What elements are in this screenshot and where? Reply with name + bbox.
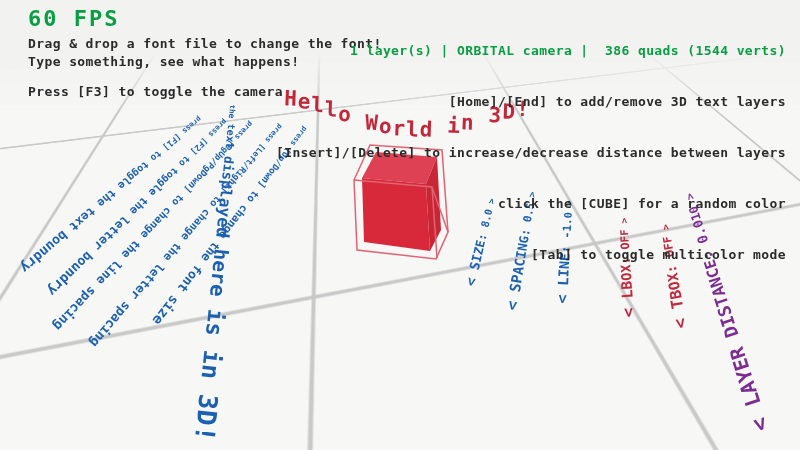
hint-add-remove-layers: [Home]/[End] to add/remove 3D text layer… — [276, 93, 786, 110]
hint-toggle-camera: Press [F3] to toggle the camera — [28, 84, 283, 99]
fps-counter: 60 FPS — [28, 6, 119, 31]
hud-right-panel: 1 layer(s) | ORBITAL camera | 386 quads … — [276, 8, 786, 297]
hint-type-something: Type something, see what happens! — [28, 54, 299, 69]
hint-layer-distance: [Insert]/[Delete] to increase/decrease d… — [276, 144, 786, 161]
font-demo-app: Hello World in 3D! the text displayed he… — [0, 0, 800, 450]
hint-cube-color: click the [CUBE] for a random color — [276, 195, 786, 212]
scene-stats: 1 layer(s) | ORBITAL camera | 386 quads … — [276, 42, 786, 59]
hint-multicolor-mode: [Tab] to toggle multicolor mode — [276, 246, 786, 263]
